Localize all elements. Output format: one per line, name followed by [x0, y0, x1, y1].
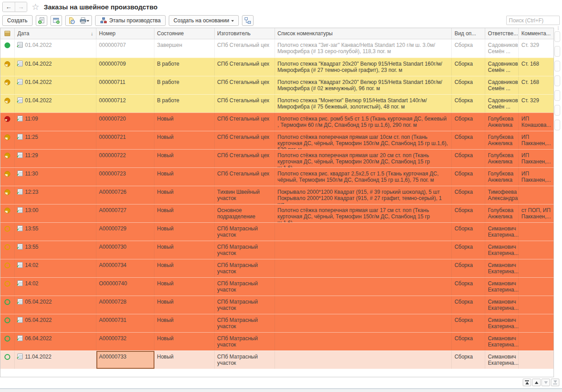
column-header-number[interactable]: Номер	[96, 28, 154, 39]
cell-status[interactable]	[0, 168, 15, 186]
cell-items[interactable]	[275, 314, 452, 332]
cell-comment[interactable]: ИП Пакканен,...	[519, 168, 554, 186]
cell-operation[interactable]: Сборка	[452, 95, 485, 113]
table-row[interactable]: 05.04.2022A00000728НовыйСПб Матрасный уч…	[0, 296, 554, 314]
cell-items[interactable]	[275, 278, 452, 296]
cell-comment[interactable]	[519, 241, 554, 259]
cell-date[interactable]: 11:09	[15, 113, 96, 131]
cell-items[interactable]	[275, 333, 452, 350]
scrollbar-segment[interactable]	[554, 90, 560, 101]
cell-status[interactable]	[0, 150, 15, 167]
cell-status[interactable]	[0, 278, 15, 296]
vertical-scrollbar[interactable]	[554, 31, 561, 134]
column-header-maker[interactable]: Изготовитель	[215, 28, 275, 39]
cell-responsible[interactable]: Садовников Семён ...	[485, 58, 519, 76]
column-header-date[interactable]: Дата↓	[15, 28, 96, 39]
cell-comment[interactable]	[519, 259, 554, 277]
cell-state[interactable]: Новый	[154, 351, 215, 369]
cell-maker[interactable]: СПб Стегальный цех	[215, 39, 275, 58]
column-menu-icon[interactable]: ⋮	[556, 26, 560, 30]
cell-status[interactable]	[0, 296, 15, 314]
cell-maker[interactable]: СПб Матрасный участок	[215, 296, 275, 314]
cell-responsible[interactable]: Симанович Екатерина...	[485, 314, 519, 332]
cell-maker[interactable]: СПб Стегальный цех	[215, 113, 275, 131]
cell-state[interactable]: Новый	[154, 223, 215, 241]
cell-date[interactable]: 01.04.2022	[15, 95, 96, 113]
print-button[interactable]	[77, 16, 92, 25]
table-row[interactable]: 11.04.2022A00000733НовыйСПб Матрасный уч…	[0, 350, 554, 369]
cell-number[interactable]: 000000722	[96, 150, 154, 167]
cell-maker[interactable]: СПб Матрасный участок	[215, 314, 275, 332]
create-based-on-button[interactable]: Создать на основании	[169, 15, 239, 26]
cell-items[interactable]: Покрывало 2000*1200 Квадрат (915, # 39 г…	[275, 186, 452, 204]
cell-operation[interactable]: Сборка	[452, 39, 485, 58]
cell-status[interactable]	[0, 76, 15, 94]
cell-operation[interactable]: Сборка	[452, 113, 485, 131]
cell-comment[interactable]: Ст. 329	[519, 39, 554, 58]
scrollbar-segment[interactable]	[554, 61, 560, 71]
cell-date[interactable]: 01.04.2022	[15, 39, 96, 58]
cell-comment[interactable]: ст ПОП, ИП Пакканен,...	[519, 204, 554, 222]
cell-operation[interactable]: Сборка	[452, 241, 485, 259]
cell-comment[interactable]: Ст. 168	[519, 76, 554, 94]
cell-date[interactable]: 13:55	[15, 241, 96, 259]
cell-number[interactable]: A00000727	[96, 204, 154, 222]
cell-items[interactable]: Полотно стежка "Монетки" Велюр 915/Hetta…	[275, 95, 452, 113]
cell-state[interactable]: Новый	[154, 186, 215, 204]
cell-operation[interactable]: Сборка	[452, 186, 485, 204]
cell-items[interactable]: Полотно стёжка поперечная прямая шаг 20 …	[275, 150, 452, 167]
cell-number[interactable]: A00000732	[96, 333, 154, 350]
cell-date[interactable]: 01.04.2022	[15, 58, 96, 76]
cell-maker[interactable]: СПб Стегальный цех	[215, 131, 275, 149]
column-header-state[interactable]: Состояние	[154, 28, 215, 39]
cell-maker[interactable]: СПб Матрасный участок	[215, 333, 275, 350]
cell-date[interactable]: 12:23	[15, 186, 96, 204]
cell-date[interactable]: 11.04.2022	[15, 351, 96, 369]
cell-number[interactable]: 000000709	[96, 58, 154, 76]
cell-items[interactable]	[275, 296, 452, 314]
cell-date[interactable]: 05.04.2022	[15, 314, 96, 332]
cell-number[interactable]: A00000731	[96, 314, 154, 332]
table-row[interactable]: 14:02A00000734НовыйСПб Матрасный участок…	[0, 259, 554, 277]
create-button[interactable]: Создать	[2, 15, 33, 26]
back-button[interactable]: ←	[3, 2, 15, 12]
cell-comment[interactable]: Ст. 329	[519, 95, 554, 113]
column-header-responsible[interactable]: Ответстве...	[485, 28, 519, 39]
cell-items[interactable]	[275, 223, 452, 241]
cell-operation[interactable]: Сборка	[452, 278, 485, 296]
cell-number[interactable]: A00000730	[96, 241, 154, 259]
cell-responsible[interactable]: Голубкова Анжелика ...	[485, 204, 519, 222]
cell-number[interactable]: 000000723	[96, 168, 154, 186]
cell-maker[interactable]: СПб Стегальный цех	[215, 168, 275, 186]
favorite-star-icon[interactable]: ☆	[32, 3, 39, 11]
cell-items[interactable]: Полотно стёжка рис. ромб 5x5 ст 1.5 (Тка…	[275, 113, 452, 131]
cell-status[interactable]	[0, 39, 15, 58]
cell-state[interactable]: Новый	[154, 259, 215, 277]
cell-comment[interactable]: ИП Конашова...	[519, 113, 554, 131]
forward-button[interactable]: →	[15, 2, 27, 12]
cell-status[interactable]	[0, 351, 15, 369]
cell-number[interactable]: 000000721	[96, 131, 154, 149]
cell-date[interactable]: 11:29	[15, 150, 96, 167]
scrollbar-segment[interactable]	[554, 46, 560, 57]
cell-status[interactable]	[0, 333, 15, 350]
cell-items[interactable]: Полотно стежка "Квадрат 20x20" Велюр 915…	[275, 76, 452, 94]
cell-status[interactable]	[0, 204, 15, 222]
cell-operation[interactable]: Сборка	[452, 58, 485, 76]
cell-responsible[interactable]: Тимофеева Александра	[485, 186, 519, 204]
cell-status[interactable]	[0, 223, 15, 241]
cell-operation[interactable]: Сборка	[452, 204, 485, 222]
cell-comment[interactable]	[519, 351, 554, 369]
cell-items[interactable]	[275, 351, 452, 369]
cell-status[interactable]	[0, 186, 15, 204]
table-row[interactable]: 01.04.2022000000709В работеСПб Стегальны…	[0, 58, 554, 76]
table-row[interactable]: 13:00A00000727НовыйОсновное подразделени…	[0, 204, 554, 222]
cell-items[interactable]	[275, 241, 452, 259]
cell-responsible[interactable]: Голубкова Анжелика ...	[485, 113, 519, 131]
cell-number[interactable]: 000000712	[96, 95, 154, 113]
cell-comment[interactable]	[519, 314, 554, 332]
go-last-button[interactable]	[551, 379, 559, 386]
cell-operation[interactable]: Сборка	[452, 76, 485, 94]
cell-date[interactable]: 13:00	[15, 204, 96, 222]
cell-responsible[interactable]: Голубкова Анжелика ...	[485, 168, 519, 186]
